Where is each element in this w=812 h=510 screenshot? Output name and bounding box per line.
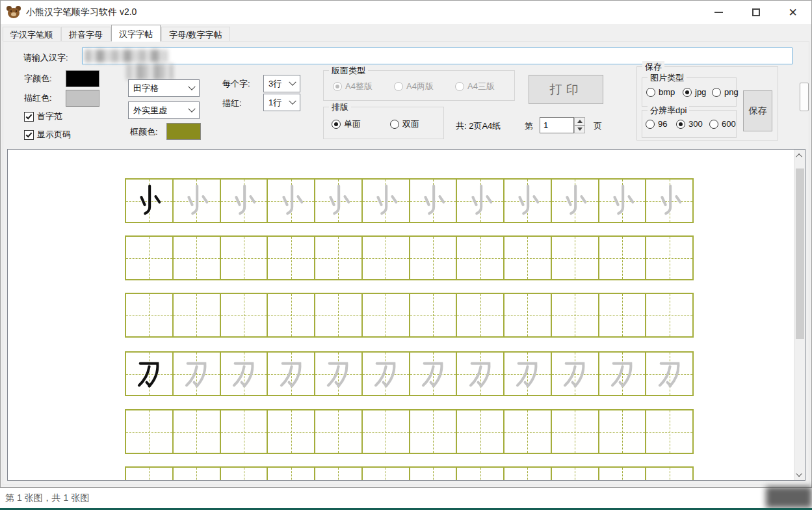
grid-type-combobox[interactable]: 田字格: [128, 79, 200, 97]
grid-cell: [552, 237, 599, 279]
grid-cell: [410, 237, 458, 279]
close-button[interactable]: ✕: [774, 1, 811, 24]
trace-character: [177, 182, 215, 220]
radio-selected-icon: [683, 88, 692, 97]
minimize-button[interactable]: [700, 1, 737, 24]
grid-cell: [363, 237, 410, 279]
page-number-input[interactable]: [540, 117, 574, 133]
show-page-number-checkbox[interactable]: 显示页码: [24, 129, 71, 141]
trace-character: [272, 182, 310, 220]
radio-double-sided[interactable]: 双面: [390, 118, 419, 130]
trace-character: [414, 182, 452, 220]
spin-up-button[interactable]: [574, 117, 585, 126]
radio-dpi-600[interactable]: 600: [709, 119, 736, 129]
first-char-model-checkbox[interactable]: 首字范: [24, 111, 62, 122]
app-window: 小熊汉字笔顺学习软件 v2.0 ✕ 学汉字笔顺 拼音字母 汉字字帖 字母/数字字…: [0, 0, 812, 488]
radio-jpg[interactable]: jpg: [683, 87, 706, 97]
radio-bmp[interactable]: bmp: [646, 87, 675, 97]
trace-character: [414, 355, 452, 393]
grid-cell: [646, 237, 692, 279]
radio-a4-three-up[interactable]: A4三版: [455, 81, 495, 92]
radio-selected-icon: [333, 82, 342, 91]
scroll-down-button[interactable]: [794, 468, 805, 480]
scrollbar-thumb[interactable]: [796, 168, 804, 339]
radio-a4-two-up[interactable]: A4两版: [394, 81, 434, 92]
hanzi-input[interactable]: [82, 47, 792, 64]
first-char-model-label: 首字范: [37, 111, 62, 122]
print-button[interactable]: 打印: [529, 75, 603, 104]
radio-png-label: png: [724, 87, 739, 97]
grid-cell: [646, 468, 692, 481]
triangle-down-icon: [577, 128, 583, 131]
frame-color-swatch[interactable]: [166, 123, 201, 140]
grid-cell: [221, 410, 268, 453]
trace-rows-combobox[interactable]: 1行: [263, 94, 300, 111]
radio-a4-three-label: A4三版: [467, 81, 495, 92]
tab-pinyin-letters[interactable]: 拼音字母: [61, 27, 111, 42]
grid-cell: [268, 180, 315, 222]
grid-cell: [221, 237, 268, 279]
scroll-up-button[interactable]: [794, 150, 805, 161]
tab-hanzi-copybook[interactable]: 汉字字帖: [111, 25, 161, 42]
grid-cell: [268, 410, 315, 453]
radio-icon: [646, 88, 655, 97]
grid-line-style-combobox[interactable]: 外实里虚: [128, 101, 200, 119]
rows-per-char-combobox[interactable]: 3行: [263, 75, 300, 92]
grid-cell: [410, 468, 458, 481]
radio-dpi-96[interactable]: 96: [646, 119, 667, 129]
grid-cell: [457, 237, 504, 279]
show-page-number-label: 显示页码: [37, 129, 71, 141]
radio-dpi-300[interactable]: 300: [676, 119, 703, 129]
grid-cell: [457, 468, 504, 481]
chevron-down-icon: [188, 105, 195, 112]
char-color-swatch[interactable]: [66, 70, 99, 87]
radio-single-sided[interactable]: 单面: [332, 118, 361, 130]
grid-cell: [504, 353, 552, 395]
grid-cell: [599, 353, 647, 395]
page-prefix-label: 第: [525, 120, 533, 132]
trace-character: [367, 355, 404, 393]
radio-a4-full-page[interactable]: A4整版: [333, 81, 373, 92]
grid-cell: [315, 410, 363, 453]
grid-cell: [126, 237, 174, 279]
grid-cell: [268, 468, 315, 481]
page-number-spinner: [574, 117, 585, 133]
radio-icon: [455, 82, 464, 91]
trace-character: [651, 355, 688, 393]
trace-rows-label: 描红:: [222, 98, 242, 109]
trace-color-swatch[interactable]: [66, 90, 99, 107]
trace-character: [319, 355, 357, 393]
grid-cell: [552, 353, 599, 395]
save-button[interactable]: 保存: [743, 90, 772, 131]
grid-cell: [457, 353, 504, 395]
grid-cell: [457, 180, 504, 222]
trace-rows-value: 1行: [268, 97, 282, 109]
tab-letter-number-copybook[interactable]: 字母/数字字帖: [161, 27, 230, 42]
radio-a4-full-label: A4整版: [345, 81, 373, 92]
grid-cell: [410, 410, 458, 453]
grid-cell: [646, 410, 692, 453]
maximize-button[interactable]: [737, 1, 774, 24]
maximize-icon: [752, 8, 760, 16]
trace-character: [177, 355, 215, 393]
layout-type-groupbox: 版面类型 A4整版 A4两版 A4三版: [323, 70, 515, 101]
grid-cell: [599, 468, 647, 481]
page-scrollbar-thumb[interactable]: [800, 83, 809, 111]
bear-app-icon: [7, 6, 21, 19]
grid-cell: [221, 294, 268, 336]
spin-down-button[interactable]: [574, 126, 585, 134]
radio-png[interactable]: png: [712, 87, 739, 97]
grid-cell: [410, 353, 458, 395]
triangle-up-icon: [577, 120, 583, 123]
grid-cell: [126, 180, 174, 222]
grid-cell: [126, 353, 174, 395]
tab-learn-stroke-order[interactable]: 学汉字笔顺: [3, 27, 60, 42]
radio-single-sided-label: 单面: [344, 118, 361, 130]
checkbox-checked-icon: [24, 112, 34, 122]
grid-line-style-value: 外实里虚: [133, 105, 167, 116]
save-group-title: 保存: [642, 61, 664, 73]
trace-character: [603, 355, 641, 393]
grid-cell: [363, 180, 410, 222]
grid-row: [125, 351, 694, 396]
grid-cell: [126, 294, 174, 336]
